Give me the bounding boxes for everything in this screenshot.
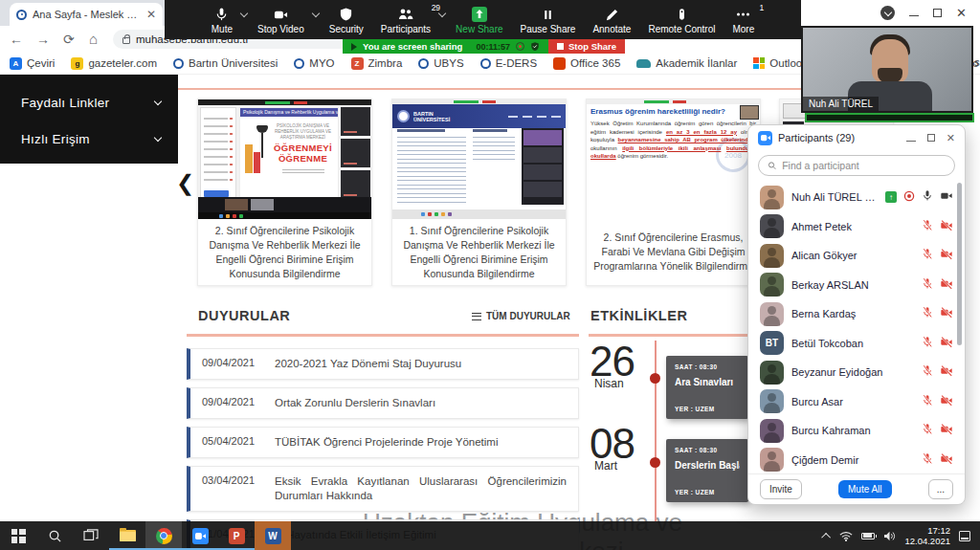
mic-muted-icon[interactable] (922, 305, 933, 322)
panel-more-button[interactable]: ... (928, 479, 953, 499)
camera-off-icon[interactable] (940, 363, 953, 381)
camera-off-icon[interactable] (940, 393, 953, 410)
sidebar-item-hizli-erisim[interactable]: Hızlı Erişim (0, 121, 178, 157)
forward-button[interactable]: → (36, 31, 50, 48)
toolbar-more-button[interactable]: 1More (724, 0, 763, 39)
camera-off-icon[interactable] (940, 247, 953, 264)
close-icon[interactable]: ✕ (956, 7, 967, 19)
toolbar-security-button[interactable]: Security (321, 0, 372, 39)
file-explorer-button[interactable] (109, 521, 145, 550)
sidebar-item-faydali-linkler[interactable]: Faydalı Linkler (0, 84, 178, 121)
toolbar-remote-control-button[interactable]: Remote Control (639, 0, 724, 39)
home-button[interactable]: ⌂ (89, 31, 98, 48)
bookmark-myo[interactable]: MYO (294, 57, 334, 69)
bookmark-zimbra[interactable]: ZZimbra (351, 57, 403, 70)
camera-off-icon[interactable] (940, 451, 953, 469)
panel-close-icon[interactable]: ✕ (947, 132, 955, 144)
bookmark-ubys[interactable]: UBYS (418, 57, 463, 69)
battery-icon[interactable] (861, 533, 875, 539)
camera-off-icon[interactable] (940, 305, 953, 322)
tray-chevron-icon[interactable] (822, 532, 832, 541)
speaker-icon[interactable] (883, 531, 896, 541)
participant-row[interactable]: Çiğdem Demir (748, 446, 965, 475)
participant-row[interactable]: Ahmet Petek (748, 212, 965, 242)
event-card[interactable]: SAAT : 08:30 Derslerin Başlaması YER : U… (666, 439, 748, 502)
collapse-toolbar-icon[interactable] (880, 6, 895, 20)
back-button[interactable]: ← (10, 31, 23, 48)
bookmark-gazeteler-com[interactable]: ggazeteler.com (71, 57, 157, 70)
bookmark--eviri[interactable]: AÇeviri (10, 57, 55, 70)
announcement-row[interactable]: 03/04/2021Eksik Evrakla Kayıtlanan Ulusl… (187, 466, 579, 512)
participant-search-input[interactable] (782, 160, 946, 171)
all-announcements-link[interactable]: TÜM DUYURULAR (472, 311, 570, 321)
carousel-card-1[interactable]: Psikolojik Danışma ve Rehberlik Uygulama… (197, 99, 372, 286)
carousel-card-2[interactable]: BARTIN ÜNİVERSİTESİ 1. Sınıf Öğrencileri… (391, 99, 567, 286)
carousel-prev-arrow[interactable]: ❮ (176, 170, 194, 196)
participant-row[interactable]: Berkay ARSLAN (748, 271, 965, 300)
bookmark-outlook[interactable]: Outlook (753, 57, 808, 69)
chrome-button[interactable] (145, 521, 182, 550)
self-video-thumbnail[interactable]: Nuh Ali TÜREL (801, 26, 973, 113)
bookmark-e-ders[interactable]: E-DERS (480, 57, 537, 69)
wifi-icon[interactable] (839, 531, 853, 541)
camera-off-icon[interactable] (940, 218, 953, 235)
mic-muted-icon[interactable] (922, 363, 933, 381)
camera-on-icon[interactable] (940, 188, 953, 206)
bookmark-bart-n-niversitesi[interactable]: Bartın Üniversitesi (173, 57, 278, 69)
mic-on-icon[interactable] (922, 188, 933, 206)
participant-search[interactable] (758, 155, 955, 176)
toolbar-pause-share-button[interactable]: Pause Share (512, 0, 585, 39)
browser-tab[interactable]: Ana Sayfa - Meslek Yüksekokulu ✕ (10, 3, 163, 26)
participant-row[interactable]: Burcu Asar (748, 387, 965, 417)
panel-scrollbar[interactable] (957, 183, 962, 345)
participant-row[interactable]: Burcu Kahraman (748, 416, 965, 446)
participant-row[interactable]: Beyzanur Eyidoğan (748, 358, 965, 387)
minimize-icon[interactable] (909, 15, 919, 16)
mic-muted-icon[interactable] (922, 218, 933, 235)
taskbar-clock[interactable]: 17:12 12.04.2021 (904, 525, 950, 546)
camera-off-icon[interactable] (940, 422, 953, 439)
panel-minimize-icon[interactable] (906, 141, 916, 142)
participant-row[interactable]: Berna Kardaş (748, 299, 965, 329)
start-button[interactable] (0, 521, 36, 550)
task-view-button[interactable] (73, 521, 109, 550)
action-center-icon[interactable] (959, 531, 970, 541)
mic-muted-icon[interactable] (922, 247, 933, 264)
carousel-card-3[interactable]: 2008 Erasmus öğrenim hareketliliği nedir… (586, 99, 761, 286)
chevron-icon[interactable] (240, 9, 248, 16)
taskbar-search-button[interactable] (36, 521, 73, 550)
toolbar-stop-video-button[interactable]: Stop Video (249, 0, 313, 39)
announcement-row[interactable]: 05/04/2021TÜBİTAK Öğrenci Projelerinde P… (187, 427, 579, 458)
invite-button[interactable]: Invite (760, 479, 802, 499)
camera-off-icon[interactable] (940, 335, 953, 352)
panel-maximize-icon[interactable] (927, 134, 935, 142)
toolbar-mute-button[interactable]: Mute (203, 0, 241, 39)
mic-muted-icon[interactable] (922, 276, 933, 294)
reload-button[interactable]: ⟳ (63, 31, 75, 48)
event-card[interactable]: SAAT : 08:30 Ara Sınavları YER : UZEM (666, 356, 748, 419)
chevron-icon[interactable] (311, 9, 319, 16)
bookmark-overflow-label[interactable]: si (974, 56, 980, 68)
participant-row[interactable]: Nuh Ali TÜREL (Host, me)↑ (748, 183, 965, 212)
restore-icon[interactable] (933, 9, 942, 17)
word-button[interactable]: W (255, 521, 291, 550)
mic-muted-icon[interactable] (922, 335, 933, 352)
announcement-row[interactable]: 09/04/20212020-2021 Yaz Dönemi Staj Duyu… (187, 348, 579, 380)
mic-muted-icon[interactable] (922, 422, 933, 439)
bookmark-office-365[interactable]: Office 365 (553, 57, 620, 70)
mute-all-button[interactable]: Mute All (838, 480, 892, 498)
participant-row[interactable]: BTBetül Tokcoban (748, 329, 965, 359)
toolbar-new-share-button[interactable]: New Share (447, 0, 511, 39)
participant-row[interactable]: Alican Gökyer (748, 241, 965, 271)
mic-muted-icon[interactable] (922, 451, 933, 469)
camera-off-icon[interactable] (940, 276, 953, 294)
toolbar-annotate-button[interactable]: Annotate (584, 0, 639, 39)
tab-close-icon[interactable]: ✕ (146, 8, 156, 21)
toolbar-participants-button[interactable]: 29Participants (372, 0, 439, 39)
powerpoint-button[interactable]: P (218, 521, 255, 550)
stop-share-button[interactable]: Stop Share (548, 39, 625, 54)
bookmark-akademik-i-lanlar[interactable]: Akademik İlanlar (636, 57, 737, 69)
zoom-app-button[interactable] (182, 521, 218, 550)
mic-muted-icon[interactable] (922, 393, 933, 410)
announcement-row[interactable]: 09/04/2021Ortak Zorunlu Derslerin Sınavl… (187, 387, 579, 419)
